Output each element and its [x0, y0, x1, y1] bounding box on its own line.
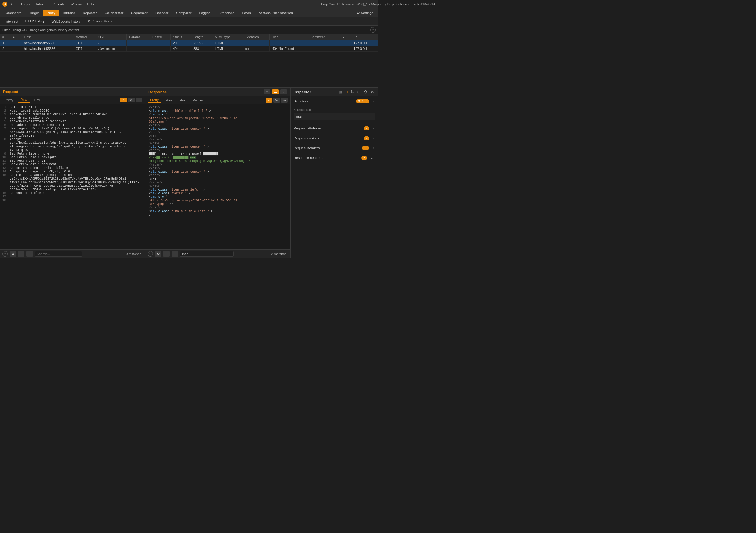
nav-comparer[interactable]: Comparer — [173, 10, 195, 16]
inspector-icon-split2[interactable]: □ — [344, 90, 348, 94]
request-nav-next[interactable]: → — [26, 251, 33, 256]
table-row[interactable]: 2 http://localhost:55536 GET /favicon.ic… — [0, 46, 378, 52]
response-gear-icon[interactable]: ⚙ — [155, 251, 161, 256]
response-line: <span> — [148, 131, 287, 134]
request-tab-icons: ≡ \n ⋯ — [120, 97, 142, 102]
col-comment[interactable]: Comment — [308, 34, 335, 40]
inspector-icon-split1[interactable]: ⊞ — [338, 90, 343, 94]
response-tab-raw[interactable]: Raw — [164, 98, 175, 103]
col-extension[interactable]: Extension — [242, 34, 270, 40]
response-tab-render[interactable]: Render — [190, 98, 205, 103]
response-newline-icon[interactable]: \n — [273, 98, 280, 103]
col-length[interactable]: Length — [191, 34, 212, 40]
response-nav-next[interactable]: → — [172, 251, 178, 256]
cell-tls — [335, 40, 351, 46]
app-title: Burp Suite Professional v2023.1 - Tempor… — [321, 2, 378, 6]
response-view-icon2[interactable]: ▬ — [272, 90, 279, 94]
response-tab-pretty[interactable]: Pretty — [148, 97, 161, 103]
nav-proxy[interactable]: Proxy — [43, 10, 59, 16]
request-help-icon[interactable]: ? — [2, 251, 8, 256]
menu-project[interactable]: Project — [21, 2, 31, 6]
nav-learn[interactable]: Learn — [239, 10, 255, 16]
response-view-icon1[interactable]: ⊞ — [264, 90, 270, 94]
cell-sort — [10, 46, 21, 52]
request-word-wrap-icon[interactable]: ≡ — [120, 97, 127, 102]
cell-method: GET — [73, 46, 96, 52]
response-search-input[interactable] — [182, 252, 231, 255]
selection-chevron-icon[interactable] — [372, 99, 375, 103]
response-more-icon[interactable]: ⋯ — [281, 98, 287, 103]
cell-url: /favicon.ico — [96, 46, 127, 52]
request-nav-prev[interactable]: ← — [18, 251, 24, 256]
response-code: </div> <div class="bubble bubble-left" >… — [148, 106, 287, 217]
filter-help-icon[interactable]: ? — [370, 27, 376, 33]
cell-host: http://localhost:55536 — [21, 46, 73, 52]
response-word-wrap-icon[interactable]: ≡ — [265, 98, 272, 103]
response-headers-header[interactable]: Response headers 5 — [291, 153, 378, 163]
request-newline-icon[interactable]: \n — [128, 97, 135, 102]
response-headers-section: Response headers 5 — [291, 153, 378, 163]
sub-websockets-history[interactable]: WebSockets history — [49, 19, 84, 24]
request-tab-hex[interactable]: Hex — [32, 97, 43, 102]
request-more-icon[interactable]: ⋯ — [136, 97, 142, 102]
response-nav-prev[interactable]: ← — [163, 251, 170, 256]
sub-intercept[interactable]: Intercept — [2, 19, 21, 24]
response-content: </div> <div class="bubble bubble-left" >… — [145, 104, 290, 249]
request-tab-pretty[interactable]: Pretty — [2, 97, 16, 102]
request-headers-header[interactable]: Request headers 15 — [291, 143, 378, 153]
menu-window[interactable]: Window — [71, 2, 82, 6]
response-view-icon3[interactable]: ▪ — [281, 90, 287, 94]
request-gear-icon[interactable]: ⚙ — [10, 251, 16, 256]
table-row[interactable]: 1 http://localhost:55536 GET / 200 21183… — [0, 40, 378, 46]
col-url[interactable]: URL — [96, 34, 127, 40]
nav-extensions[interactable]: Extensions — [214, 10, 238, 16]
nav-sequencer[interactable]: Sequencer — [127, 10, 151, 16]
nav-repeater[interactable]: Repeater — [79, 10, 100, 16]
inspector-icon-collapse[interactable]: ⊖ — [356, 90, 362, 94]
nav-collaborator[interactable]: Collaborator — [101, 10, 127, 16]
col-sort[interactable]: ▲ — [10, 34, 21, 40]
cell-method: GET — [73, 40, 96, 46]
nav-intruder[interactable]: Intruder — [60, 10, 79, 16]
nav-logger[interactable]: Logger — [195, 10, 213, 16]
proxy-settings-button[interactable]: ⚙ Proxy settings — [85, 18, 115, 24]
request-search-input[interactable] — [37, 252, 80, 255]
selection-section-header[interactable]: Selection 3 (0x3) — [291, 96, 378, 106]
col-tls[interactable]: TLS — [335, 34, 351, 40]
nav-captcha[interactable]: captcha-killer-modified — [255, 10, 297, 16]
nav-decoder[interactable]: Decoder — [152, 10, 172, 16]
request-cookies-header[interactable]: Request cookies 2 — [291, 133, 378, 143]
inspector-close-icon[interactable]: ✕ — [370, 90, 375, 94]
inspector-icon-updown[interactable]: ⇅ — [350, 90, 355, 94]
inspector-gear-icon[interactable]: ⚙ — [363, 90, 368, 94]
col-params[interactable]: Params — [126, 34, 150, 40]
response-headers-chevron-icon[interactable] — [370, 155, 375, 160]
nav-target[interactable]: Target — [26, 10, 42, 16]
nav-dashboard[interactable]: Dashboard — [1, 10, 25, 16]
response-help-icon[interactable]: ? — [148, 251, 153, 256]
col-mime[interactable]: MIME type — [212, 34, 242, 40]
request-attributes-header[interactable]: Request attributes 2 — [291, 123, 378, 133]
menu-repeater[interactable]: Repeater — [52, 2, 66, 6]
cell-params — [126, 46, 150, 52]
sub-http-history[interactable]: HTTP history — [22, 18, 47, 24]
response-line: </div> — [148, 184, 287, 188]
col-method[interactable]: Method — [73, 34, 96, 40]
response-line: https://s3.bmp.ovh/imgs/2023/07/19/c2e2b… — [148, 199, 287, 202]
col-title[interactable]: Title — [270, 34, 308, 40]
col-status[interactable]: Status — [170, 34, 191, 40]
col-edited[interactable]: Edited — [150, 34, 170, 40]
request-search-wrapper — [35, 251, 82, 256]
menu-help[interactable]: Help — [87, 2, 94, 6]
col-host[interactable]: Host — [21, 34, 73, 40]
request-headers-chevron-icon[interactable] — [372, 146, 375, 150]
nav-settings[interactable]: ⚙ Settings — [353, 10, 377, 16]
response-line: <div class="bubble bubble-left" > — [148, 109, 287, 113]
response-tab-hex[interactable]: Hex — [177, 98, 188, 103]
request-tab-raw[interactable]: Raw — [18, 97, 30, 103]
col-ip[interactable]: IP — [351, 34, 378, 40]
request-attributes-chevron-icon[interactable] — [372, 126, 375, 131]
request-cookies-chevron-icon[interactable] — [372, 136, 375, 141]
menu-intruder[interactable]: Intruder — [37, 2, 48, 6]
menu-burp[interactable]: Burp — [10, 2, 16, 6]
